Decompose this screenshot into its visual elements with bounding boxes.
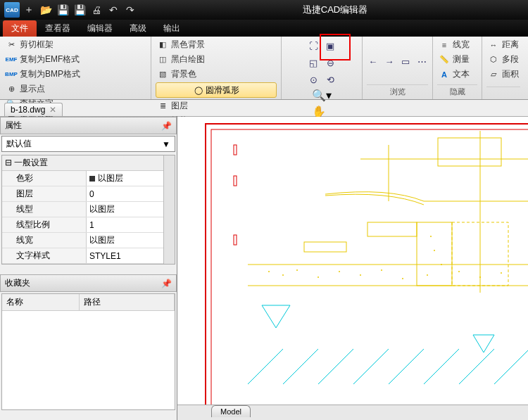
svg-rect-11	[367, 222, 417, 236]
tab-output[interactable]: 输出	[155, 20, 189, 37]
group-browse-label: 浏览	[367, 84, 428, 99]
svg-rect-0	[206, 124, 528, 419]
nav-right-icon[interactable]: →	[383, 53, 395, 69]
svg-marker-31	[473, 335, 494, 352]
measure-button[interactable]: 📏测量	[437, 53, 477, 66]
tab-advanced[interactable]: 高级	[121, 20, 155, 37]
nav-more-icon[interactable]: ⋯	[416, 53, 428, 69]
favorites-body	[2, 311, 175, 409]
svg-point-29	[501, 272, 502, 274]
polyline-button[interactable]: ⬡多段	[486, 53, 520, 66]
zoom-out-icon[interactable]: ⊖	[322, 55, 338, 70]
measure-icon: 📏	[439, 54, 450, 65]
properties-table: ⊟ 一般设置 色彩以图层 图层0 线型以图层 线型比例1 线宽以图层 文字样式S…	[1, 155, 175, 265]
crop-icon: ✂	[6, 39, 17, 51]
bw-draw-button[interactable]: ◫黑白绘图	[156, 53, 277, 66]
svg-rect-5	[438, 138, 501, 166]
svg-rect-9	[417, 222, 452, 286]
poly-icon: ⬡	[488, 54, 499, 65]
model-tab[interactable]: Model	[211, 405, 251, 417]
zoom-window-icon[interactable]: ▣	[322, 38, 338, 53]
svg-rect-14	[304, 242, 346, 252]
ribbon-tabs: 文件 查看器 编辑器 高级 输出	[0, 20, 528, 37]
new-icon[interactable]: ＋	[21, 2, 37, 18]
svg-point-15	[268, 271, 270, 272]
pin-icon[interactable]: 📌	[161, 279, 172, 288]
svg-point-19	[339, 271, 340, 272]
tab-editor[interactable]: 编辑器	[79, 20, 121, 37]
area-button[interactable]: ▱面积	[486, 68, 520, 81]
open-icon[interactable]: 📂	[38, 2, 54, 18]
smooth-arc-button[interactable]: ◯圆滑弧形	[156, 82, 277, 98]
redo-icon[interactable]: ↷	[122, 2, 138, 18]
svg-line-32	[248, 349, 283, 384]
tab-file[interactable]: 文件	[3, 20, 37, 37]
svg-line-36	[389, 349, 424, 384]
svg-line-35	[353, 349, 389, 384]
drawing-canvas[interactable]	[177, 117, 528, 420]
arc-icon: ◯	[193, 84, 204, 96]
black-bg-button[interactable]: ◧黑色背景	[156, 38, 277, 51]
bg-color-button[interactable]: ▧背景色	[156, 68, 277, 81]
svg-point-28	[479, 276, 481, 278]
close-doc-icon[interactable]: ✕	[49, 105, 56, 115]
text-button[interactable]: A文本	[437, 68, 477, 81]
nav-select-icon[interactable]: ▭	[400, 53, 412, 69]
app-title: 迅捷CAD编辑器	[142, 4, 528, 16]
tab-viewer[interactable]: 查看器	[37, 20, 79, 37]
svg-rect-4	[234, 235, 237, 245]
pin-icon[interactable]: 📌	[161, 121, 172, 131]
svg-line-39	[494, 349, 528, 384]
zoom-fit-icon[interactable]: ⛶	[306, 38, 321, 53]
zoom-in-dropdown[interactable]: 🔍▾	[312, 89, 332, 102]
svg-point-20	[360, 274, 361, 276]
favorites-table: 名称 路径	[1, 293, 175, 410]
undo-icon[interactable]: ↶	[106, 2, 121, 18]
lineweight-button[interactable]: ≡线宽	[437, 38, 477, 51]
print-icon[interactable]: 🖨	[89, 2, 104, 18]
distance-button[interactable]: ↔距离	[486, 38, 520, 51]
chevron-down-icon: ▼	[162, 139, 170, 149]
fav-col-path[interactable]: 路径	[80, 294, 175, 310]
svg-rect-3	[234, 176, 237, 186]
save-icon[interactable]: 💾	[55, 2, 70, 18]
prop-category[interactable]: ⊟ 一般设置	[2, 155, 175, 171]
svg-point-27	[458, 271, 460, 272]
svg-point-26	[427, 274, 428, 276]
layers-button[interactable]: ≣图层	[156, 99, 277, 113]
copy-bmp-button[interactable]: BMP复制为BMP格式	[4, 68, 146, 81]
svg-line-33	[283, 349, 318, 384]
dist-icon: ↔	[488, 39, 499, 51]
svg-line-38	[459, 349, 494, 384]
prop-row: 图层0	[2, 186, 175, 202]
bgcolor-icon: ▧	[157, 69, 168, 80]
nav-left-icon[interactable]: ←	[367, 53, 379, 69]
point-icon: ⊕	[6, 84, 17, 95]
app-icon: CAD	[4, 2, 20, 18]
crop-frame-button[interactable]: ✂剪切框架	[4, 38, 146, 51]
scrollbar[interactable]	[163, 155, 175, 264]
svg-point-21	[381, 269, 382, 271]
default-dropdown[interactable]: 默认值 ▼	[1, 136, 175, 152]
zoom-realtime-icon[interactable]: ⊙	[306, 72, 321, 87]
zoom-prev-icon[interactable]: ⟲	[322, 72, 338, 87]
fav-col-name[interactable]: 名称	[2, 294, 80, 310]
svg-point-22	[402, 278, 403, 279]
prop-row: 线型以图层	[2, 202, 175, 217]
copy-emf-button[interactable]: EMF复制为EMF格式	[4, 53, 146, 66]
bmp-icon: BMP	[6, 69, 17, 80]
saveas-icon[interactable]: 💾	[72, 2, 87, 18]
show-points-button[interactable]: ⊕显示点	[4, 82, 146, 96]
svg-point-17	[296, 269, 298, 271]
document-tab[interactable]: b-18.dwg ✕	[4, 103, 63, 116]
svg-point-24	[434, 250, 435, 251]
prop-row: 线型比例1	[2, 217, 175, 233]
svg-point-25	[441, 264, 442, 265]
text-icon: A	[439, 69, 450, 80]
layers-icon: ≣	[157, 101, 168, 112]
zoom-extents-icon[interactable]: ◱	[306, 55, 321, 70]
prop-row: 线宽以图层	[2, 233, 175, 248]
svg-marker-30	[262, 305, 290, 328]
lw-icon: ≡	[439, 39, 450, 51]
svg-point-16	[282, 274, 284, 276]
